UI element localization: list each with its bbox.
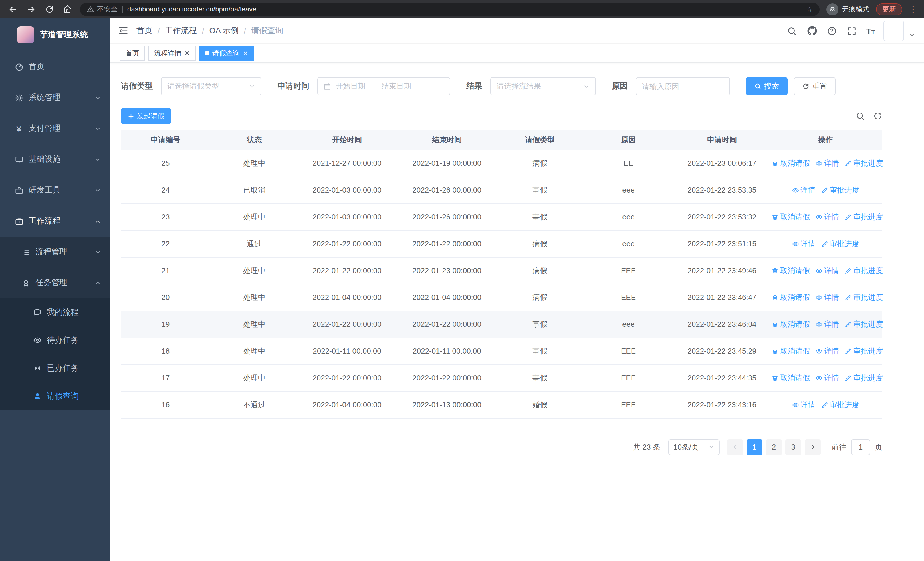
toggle-search-icon[interactable] (855, 111, 865, 121)
close-icon[interactable] (184, 50, 190, 56)
tab-leave-query[interactable]: 请假查询 (199, 46, 254, 60)
page-1-button[interactable]: 1 (747, 439, 762, 455)
detail-link[interactable]: 详情 (792, 185, 815, 195)
detail-link[interactable]: 详情 (792, 400, 815, 410)
cancel-leave-link[interactable]: 取消请假 (772, 346, 810, 356)
detail-link[interactable]: 详情 (816, 158, 839, 168)
sidebar-item-home[interactable]: 首页 (0, 51, 110, 82)
cancel-leave-link[interactable]: 取消请假 (772, 373, 810, 383)
reset-button[interactable]: 重置 (794, 77, 836, 95)
detail-link[interactable]: 详情 (816, 373, 839, 383)
detail-link[interactable]: 详情 (816, 319, 839, 329)
cell-reason: eee (582, 230, 675, 257)
browser-update-button[interactable]: 更新 (876, 3, 902, 15)
cell-status: 通过 (210, 230, 298, 257)
approval-progress-link[interactable]: 审批进度 (844, 265, 883, 276)
sidebar-item-done-tasks[interactable]: 已办任务 (0, 354, 110, 382)
cancel-leave-link[interactable]: 取消请假 (772, 265, 810, 276)
sidebar-item-system[interactable]: 系统管理 (0, 82, 110, 113)
approval-progress-link[interactable]: 审批进度 (844, 158, 883, 168)
approval-progress-link[interactable]: 审批进度 (821, 239, 859, 249)
url-text[interactable]: dashboard.yudao.iocoder.cn/bpm/oa/leave (127, 5, 256, 13)
leave-type-select[interactable]: 请选择请假类型 (161, 77, 261, 95)
tab-home[interactable]: 首页 (120, 46, 145, 60)
back-icon[interactable] (7, 3, 18, 15)
avatar[interactable] (884, 21, 904, 41)
sidebar-item-workflow[interactable]: 工作流程 (0, 206, 110, 236)
result-select[interactable]: 请选择流结果 (490, 77, 596, 95)
detail-link[interactable]: 详情 (816, 292, 839, 302)
next-page-button[interactable] (805, 439, 821, 455)
cell-leave-type: 事假 (498, 176, 582, 203)
prev-page-button[interactable] (727, 439, 743, 455)
page-size-select[interactable]: 10条/页 (668, 439, 720, 455)
search-button[interactable]: 搜索 (746, 77, 788, 95)
breadcrumb-item[interactable]: 工作流程 (165, 26, 197, 36)
detail-link[interactable]: 详情 (816, 212, 839, 222)
forward-icon[interactable] (25, 3, 36, 15)
cancel-leave-link[interactable]: 取消请假 (772, 319, 810, 329)
approval-progress-link[interactable]: 审批进度 (821, 400, 859, 410)
sidebar-item-my-process[interactable]: 我的流程 (0, 298, 110, 326)
apply-time-range-picker[interactable]: 开始日期 - 结束日期 (317, 77, 450, 95)
approval-progress-link[interactable]: 审批进度 (844, 292, 883, 302)
approval-progress-link[interactable]: 审批进度 (844, 212, 883, 222)
tab-label: 请假查询 (212, 48, 240, 58)
reason-input[interactable] (642, 82, 724, 90)
detail-link[interactable]: 详情 (816, 265, 839, 276)
sidebar-item-task-management[interactable]: 任务管理 (0, 267, 110, 298)
leave-table-body: 25处理中2021-12-27 00:00:002022-01-19 00:00… (121, 150, 882, 418)
sidebar-item-leave-query[interactable]: 请假查询 (0, 382, 110, 410)
github-icon[interactable] (806, 25, 818, 36)
create-leave-button[interactable]: 发起请假 (121, 108, 171, 124)
sidebar-item-process-management[interactable]: 流程管理 (0, 236, 110, 267)
cancel-leave-link[interactable]: 取消请假 (772, 212, 810, 222)
sidebar-toggle-icon[interactable] (118, 26, 128, 36)
approval-progress-link[interactable]: 审批进度 (844, 346, 883, 356)
cancel-leave-link[interactable]: 取消请假 (772, 158, 810, 168)
address-bar[interactable]: 不安全 dashboard.yudao.iocoder.cn/bpm/oa/le… (80, 3, 819, 16)
close-icon[interactable] (243, 50, 248, 56)
browser-menu-icon[interactable]: ⋮ (909, 5, 917, 14)
sidebar-item-devtools[interactable]: 研发工具 (0, 175, 110, 206)
cancel-leave-link[interactable]: 取消请假 (772, 292, 810, 302)
sidebar-item-label: 我的流程 (47, 307, 79, 317)
cell-reason: eee (582, 311, 675, 338)
page-3-button[interactable]: 3 (785, 439, 801, 455)
detail-link[interactable]: 详情 (816, 346, 839, 356)
reload-icon[interactable] (44, 3, 55, 15)
search-icon[interactable] (786, 25, 798, 36)
home-icon[interactable] (62, 3, 73, 15)
help-icon[interactable] (826, 25, 837, 36)
cell-reason: eee (582, 203, 675, 230)
sidebar-item-todo-tasks[interactable]: 待办任务 (0, 326, 110, 354)
detail-link[interactable]: 详情 (792, 239, 815, 249)
cell-start-time: 2022-01-22 00:00:00 (298, 364, 396, 391)
cell-apply-time: 2022-01-22 23:44:35 (675, 364, 769, 391)
sidebar-item-payment[interactable]: ¥ 支付管理 (0, 113, 110, 144)
bookmark-star-icon[interactable]: ☆ (806, 5, 813, 14)
table-row: 23处理中2022-01-03 00:00:002022-01-26 00:00… (121, 203, 882, 230)
font-size-icon[interactable]: TT (866, 26, 875, 36)
breadcrumb-item[interactable]: 首页 (136, 26, 152, 36)
cell-start-time: 2022-01-03 00:00:00 (298, 176, 396, 203)
cell-leave-type: 病假 (498, 150, 582, 176)
approval-progress-link[interactable]: 审批进度 (844, 373, 883, 383)
leave-table: 申请编号 状态 开始时间 结束时间 请假类型 原因 申请时间 操作 25处理中2… (121, 130, 882, 418)
chevron-down-icon (249, 83, 255, 89)
tab-process-detail[interactable]: 流程详情 (148, 46, 196, 60)
fullscreen-icon[interactable] (846, 25, 858, 36)
sidebar-item-infrastructure[interactable]: 基础设施 (0, 144, 110, 175)
chevron-down-icon[interactable] (909, 32, 915, 38)
approval-progress-link[interactable]: 审批进度 (821, 185, 859, 195)
col-header-no: 申请编号 (121, 130, 210, 150)
security-warning[interactable]: 不安全 (87, 4, 118, 14)
app-logo[interactable]: 芋道管理系统 (0, 18, 110, 51)
breadcrumb-item[interactable]: OA 示例 (210, 26, 239, 36)
sidebar-item-label: 待办任务 (47, 335, 79, 345)
refresh-table-icon[interactable] (873, 111, 882, 121)
approval-progress-link[interactable]: 审批进度 (844, 319, 883, 329)
yen-icon: ¥ (14, 124, 23, 133)
goto-page-input[interactable] (851, 439, 870, 455)
page-2-button[interactable]: 2 (766, 439, 782, 455)
